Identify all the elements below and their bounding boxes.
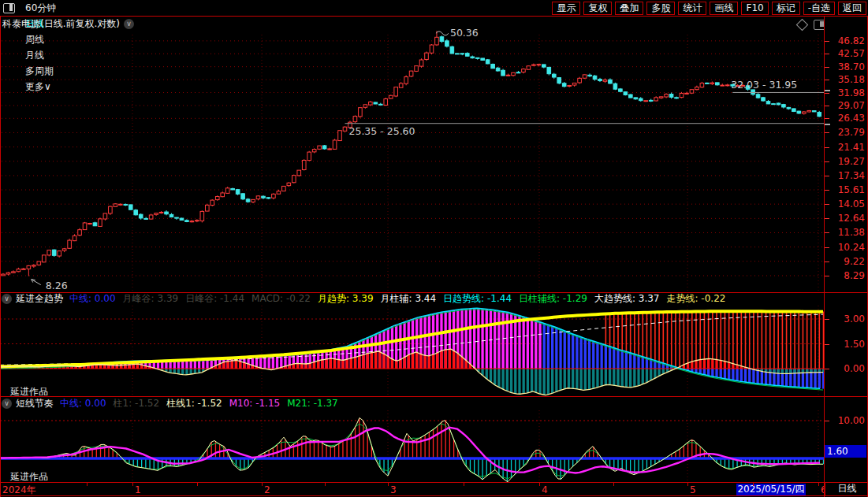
axis-tick [825, 369, 829, 369]
axis-tick [825, 276, 829, 276]
axis-tick [825, 232, 829, 233]
toolbar-button-返回[interactable]: 返回 [838, 2, 866, 15]
month-label-1: 1 [135, 484, 141, 496]
divider [0, 396, 868, 397]
chart-corner-icons [798, 20, 825, 30]
field-柱线1: 柱线1: -1.52 [166, 398, 222, 409]
field-柱1: 柱1: -1.52 [114, 398, 160, 409]
osc-line [0, 417, 823, 481]
gray-marker [824, 124, 830, 125]
month-label-3: 3 [390, 484, 397, 496]
field-日峰谷: 日峰谷: -1.44 [185, 293, 244, 304]
field-日趋势线: 日趋势线: -1.44 [443, 293, 512, 304]
field-月峰谷: 月峰谷: 3.39 [123, 293, 179, 304]
chevron-down-icon[interactable]: ∨ [124, 19, 134, 29]
axis-price-35.18: 35.18 [838, 74, 865, 85]
axis-price-21.41: 21.41 [838, 142, 865, 153]
axis-tick [825, 176, 829, 176]
diamond-icon[interactable] [796, 19, 809, 32]
axis-ind-10: 10.00 [838, 415, 865, 426]
toolbar-button-统计[interactable]: 统计 [678, 2, 706, 15]
axis-price-23.79: 23.79 [838, 127, 865, 138]
period-tab-60分钟[interactable]: 60分钟 [20, 0, 61, 16]
cyan-trend-line [0, 308, 820, 388]
divider [0, 292, 868, 293]
gray-marker [824, 90, 830, 91]
axis-tick [825, 93, 829, 94]
collapse-chevron-icon[interactable]: ∨ [2, 294, 12, 304]
axis-tick [825, 190, 829, 191]
trend-panel-header: ∨ 延进全趋势 中线: 0.00月峰谷: 3.39日峰谷: -1.44MACD:… [0, 292, 824, 306]
field-走势线: 走势线: -0.22 [667, 293, 726, 304]
field-大趋势线: 大趋势线: 3.37 [594, 293, 660, 304]
axis-tick [825, 421, 829, 421]
svg-text:32.03 - 31.95: 32.03 - 31.95 [731, 79, 797, 91]
field-月趋势: 月趋势: 3.39 [318, 293, 374, 304]
field-月柱辅: 月柱辅: 3.44 [381, 293, 437, 304]
svg-text:25.35 - 25.60: 25.35 - 25.60 [348, 125, 415, 137]
axis-price-38.70: 38.70 [838, 61, 865, 72]
axis-price-15.61: 15.61 [838, 184, 865, 195]
trend-panel-name[interactable]: 延进全趋势 [16, 292, 63, 306]
month-label-5: 5 [690, 484, 696, 496]
axis-tick [825, 106, 829, 106]
toolbar-button-标记[interactable]: 标记 [772, 2, 800, 15]
axis-price-19.27: 19.27 [838, 156, 865, 167]
axis-price-31.98: 31.98 [838, 87, 865, 98]
month-label-4: 4 [542, 484, 548, 496]
axis-tick [825, 247, 829, 248]
toolbar-button-复权[interactable]: 复权 [583, 2, 612, 15]
axis-tick [825, 80, 829, 80]
crosshair-date-box: 2025/05/15/四 [736, 484, 806, 495]
field-中线: 中线: 0.00 [60, 398, 106, 409]
split-window-icon[interactable] [3, 3, 15, 13]
app-window: 分时1分钟5分钟15分钟30分钟60分钟日线周线月线多周期更多∨ 显示复权叠加多… [0, 0, 868, 497]
trend-panel-values: 中线: 0.00月峰谷: 3.39日峰谷: -1.44MACD: -0.22月趋… [69, 292, 732, 306]
axis-price-46.82: 46.82 [838, 35, 865, 46]
rhythm-panel-name[interactable]: 短线节奏 [16, 397, 54, 410]
axis-tick [825, 344, 829, 345]
axis-ind-3.00: 3.00 [844, 313, 865, 325]
svg-text:8.26: 8.26 [46, 280, 68, 291]
page-title: 科泰电源(日线.前复权.对数) [2, 17, 120, 31]
axis-tick [825, 319, 829, 320]
main-candle-chart: 25.35 - 25.6032.03 - 31.9550.368.26 [0, 16, 824, 292]
field-MACD: MACD: -0.22 [251, 293, 311, 304]
year-label: 2024年 [2, 484, 36, 496]
period-indicator[interactable]: 日线 [825, 482, 868, 495]
axis-price-14.05: 14.05 [838, 198, 865, 210]
oscillator-bars [2, 418, 824, 481]
latest-value-box: 1.60 [825, 445, 866, 458]
toolbar-button-多股[interactable]: 多股 [646, 2, 675, 15]
stock-title[interactable]: 科泰电源(日线.前复权.对数) ∨ [2, 17, 134, 31]
m21-line [0, 424, 823, 479]
month-label-2: 2 [264, 484, 270, 496]
field-M10: M10: -1.15 [229, 398, 281, 409]
m10-line [0, 428, 820, 473]
axis-price-26.43: 26.43 [838, 113, 865, 124]
rhythm-panel-values: 中线: 0.00柱1: -1.52柱线1: -1.52M10: -1.15M21… [60, 397, 345, 410]
divider [0, 16, 868, 17]
divider [0, 495, 868, 496]
axis-tick [825, 118, 829, 119]
axis-price-42.57: 42.57 [838, 48, 865, 59]
month-gridlines [132, 35, 818, 292]
axis-price-17.34: 17.34 [838, 170, 865, 181]
toolbar-button-显示[interactable]: 显示 [552, 2, 580, 15]
toolbar-button-画线[interactable]: 画线 [710, 2, 738, 15]
toolbar-button-F10[interactable]: F10 [741, 2, 768, 15]
toolbar-button--自选[interactable]: -自选 [803, 2, 835, 15]
svg-text:50.36: 50.36 [450, 27, 479, 39]
axis-ind-0.00: 0.00 [844, 363, 865, 374]
frame-axis [824, 16, 825, 497]
axis-price-29.07: 29.07 [838, 100, 865, 111]
axis-tick [825, 54, 829, 54]
frame-left [0, 16, 1, 497]
axis-tick [825, 161, 829, 162]
rhythm-indicator-chart [0, 410, 824, 482]
toolbar-button-叠加[interactable]: 叠加 [615, 2, 643, 15]
axis-price-11.38: 11.38 [838, 227, 865, 238]
divider [0, 482, 868, 483]
collapse-chevron-icon[interactable]: ∨ [2, 399, 12, 409]
trend-indicator-chart [0, 306, 824, 396]
